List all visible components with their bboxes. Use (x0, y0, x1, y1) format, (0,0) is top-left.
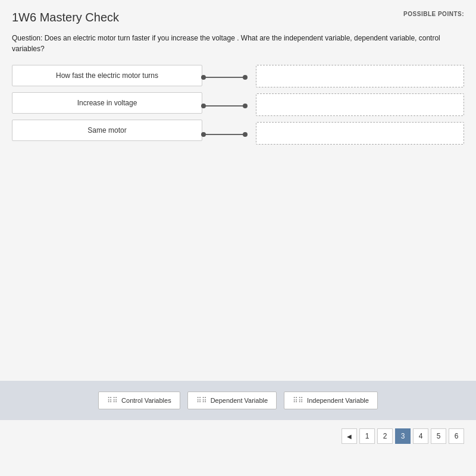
drag-item-control[interactable]: ⠿⠿ Control Variables (98, 392, 180, 409)
possible-points: POSSIBLE POINTS: (403, 11, 464, 17)
connector-row-3 (202, 123, 256, 146)
dot-right-1 (243, 75, 248, 80)
page-btn-4[interactable]: 4 (413, 428, 428, 444)
empty-space (0, 452, 476, 476)
left-item-2[interactable]: Increase in voltage (12, 92, 202, 114)
pagination-area: ◀ 1 2 3 4 5 6 (0, 420, 476, 452)
dot-left-2 (201, 104, 206, 108)
page-btn-3[interactable]: 3 (395, 428, 411, 444)
drag-label-control: Control Variables (121, 397, 171, 404)
connector-line-1 (203, 77, 245, 78)
connector-row-2 (202, 95, 256, 117)
main-content: 1W6 Mastery Check POSSIBLE POINTS: Quest… (0, 0, 476, 381)
drag-label-independent: Independent Variable (307, 397, 369, 404)
dot-left-3 (201, 132, 206, 137)
left-item-1[interactable]: How fast the electric motor turns (12, 65, 202, 86)
drag-handle-1: ⠿⠿ (107, 396, 118, 405)
right-drop-2[interactable] (256, 93, 464, 116)
page-btn-5[interactable]: 5 (431, 428, 446, 444)
right-column (256, 65, 464, 145)
left-item-3[interactable]: Same motor (12, 120, 202, 141)
question-text: Question: Does an electric motor turn fa… (12, 33, 464, 54)
page-btn-6[interactable]: 6 (449, 428, 464, 444)
drag-item-dependent[interactable]: ⠿⠿ Dependent Variable (187, 392, 277, 409)
page-title: 1W6 Mastery Check (12, 11, 464, 24)
drag-item-independent[interactable]: ⠿⠿ Independent Variable (284, 392, 378, 409)
matching-area: How fast the electric motor turns Increa… (12, 65, 464, 146)
left-column: How fast the electric motor turns Increa… (12, 65, 202, 141)
drag-handle-3: ⠿⠿ (293, 396, 303, 405)
dot-right-2 (243, 104, 248, 108)
prev-page-button[interactable]: ◀ (342, 428, 357, 444)
connector-line-2 (203, 105, 245, 107)
connector-area (202, 65, 256, 146)
connector-line-3 (203, 134, 245, 135)
drag-label-dependent: Dependent Variable (211, 397, 268, 404)
drag-handle-2: ⠿⠿ (196, 396, 207, 405)
connector-row-1 (202, 66, 256, 89)
right-drop-3[interactable] (256, 122, 464, 145)
right-drop-1[interactable] (256, 65, 464, 87)
drop-zone-area: ⠿⠿ Control Variables ⠿⠿ Dependent Variab… (0, 381, 476, 420)
page-btn-2[interactable]: 2 (377, 428, 393, 444)
dot-left-1 (201, 75, 206, 80)
page-btn-1[interactable]: 1 (359, 428, 375, 444)
dot-right-3 (243, 132, 248, 137)
